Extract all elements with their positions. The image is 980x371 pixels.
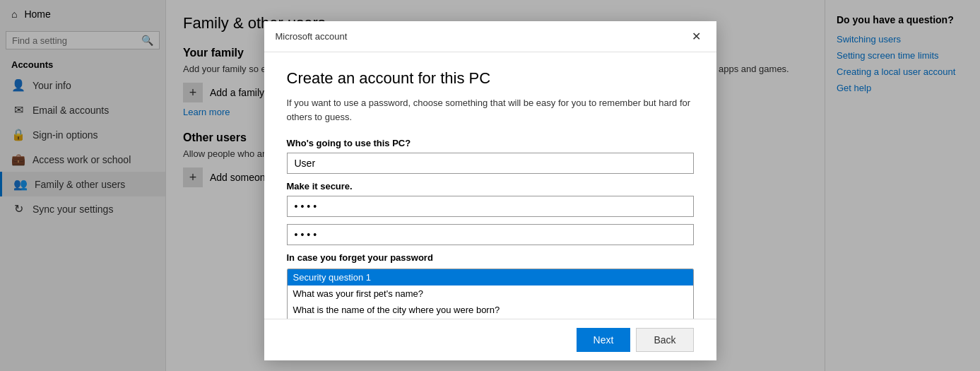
next-button[interactable]: Next	[577, 328, 631, 352]
dialog-titlebar-text: Microsoft account	[276, 31, 348, 42]
security-option-2[interactable]: What was your first pet's name?	[288, 285, 693, 302]
security-option-1[interactable]: Security question 1	[288, 269, 693, 285]
dialog-body: Create an account for this PC If you wan…	[264, 52, 716, 319]
password-input[interactable]	[287, 196, 694, 217]
security-question-dropdown[interactable]: Security question 1 What was your first …	[287, 269, 694, 319]
dialog-main-title: Create an account for this PC	[287, 69, 694, 88]
dialog-subtitle: If you want to use a password, choose so…	[287, 96, 694, 124]
forget-label: In case you forget your password	[287, 252, 694, 263]
back-button[interactable]: Back	[636, 328, 693, 352]
secure-label: Make it secure.	[287, 181, 694, 192]
password-confirm-input[interactable]	[287, 224, 694, 245]
microsoft-account-dialog: Microsoft account ✕ Create an account fo…	[264, 21, 716, 360]
dialog-overlay: Microsoft account ✕ Create an account fo…	[0, 0, 980, 371]
dialog-footer: Next Back	[264, 319, 716, 360]
dialog-titlebar: Microsoft account ✕	[264, 21, 716, 52]
username-label: Who's going to use this PC?	[287, 138, 694, 148]
username-input[interactable]	[287, 153, 694, 174]
security-option-3[interactable]: What is the name of the city where you w…	[288, 302, 693, 318]
dialog-close-button[interactable]: ✕	[687, 28, 705, 45]
